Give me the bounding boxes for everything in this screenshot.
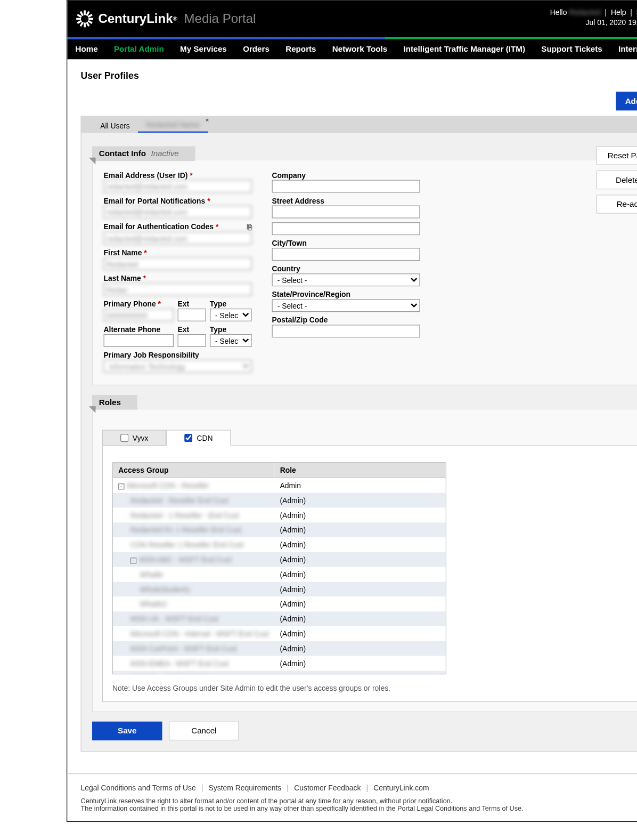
email-id-label: Email Address (User ID) *: [104, 171, 252, 179]
footer-link-3[interactable]: CenturyLink.com: [373, 784, 429, 791]
table-row[interactable]: Redacted - 1 Reseller - End Cust(Admin): [113, 508, 445, 523]
role-content: Access Group Role -Microsoft CDN - Resel…: [102, 446, 637, 702]
nav-intelligent-traffic-manager-itm-[interactable]: Intelligent Traffic Manager (ITM): [404, 44, 525, 54]
close-icon[interactable]: ×: [206, 117, 209, 124]
portal-name: Media Portal: [184, 11, 256, 26]
roles-note: Note: Use Access Groups under Site Admin…: [112, 684, 637, 692]
alt-phone-label: Alternate Phone: [104, 326, 174, 334]
greeting: Hello: [550, 8, 567, 16]
role-tab-vyvx[interactable]: Vyvx: [102, 430, 167, 446]
city-label: City/Town: [272, 239, 420, 247]
user-tabs: All UsersRedacted Name×: [81, 117, 637, 133]
table-row[interactable]: CDN Reseller 1 Reseller End Cust(Admin): [113, 538, 445, 553]
side-actions: Reset Password Delete User Re-activate: [596, 146, 637, 213]
postal-input[interactable]: [272, 325, 420, 337]
user-tab-1[interactable]: Redacted Name×: [138, 118, 208, 133]
nav-reports[interactable]: Reports: [285, 44, 316, 54]
role-tab-cdn[interactable]: CDN: [167, 430, 231, 446]
email-notif-label: Email for Portal Notifications *: [104, 197, 252, 205]
form-area: Reset Password Delete User Re-activate C…: [81, 133, 637, 751]
roles-section: Roles VyvxCDN Access Group Role -Microso…: [92, 395, 637, 712]
primary-ext-label: Ext: [178, 300, 206, 308]
primary-phone-label: Primary Phone *: [104, 300, 174, 308]
save-button[interactable]: Save: [92, 722, 162, 740]
first-name-input[interactable]: [104, 257, 252, 270]
footer-links: Legal Conditions and Terms of Use|System…: [81, 784, 637, 791]
top-right: Hello Redacted | Help | Sign Out Jul 01,…: [550, 7, 637, 28]
table-row[interactable]: Tech SD - MSFT End Cust(Admin): [113, 671, 445, 674]
alt-ext-input[interactable]: [178, 334, 206, 347]
page-title: User Profiles: [81, 70, 637, 80]
country-select[interactable]: - Select -: [272, 273, 420, 286]
cancel-button[interactable]: Cancel: [169, 722, 239, 740]
email-notif-input[interactable]: [104, 206, 252, 219]
footer-link-0[interactable]: Legal Conditions and Terms of Use: [81, 784, 196, 791]
svg-rect-9: [76, 18, 81, 20]
nav-home[interactable]: Home: [75, 44, 97, 54]
table-row[interactable]: Whatle(Admin): [113, 567, 445, 582]
primary-type-label: Type: [210, 300, 252, 308]
table-row[interactable]: Redacted R1 1 Reseller End Cust(Admin): [113, 523, 445, 538]
email-auth-label: Email for Authentication Codes *⎘: [104, 222, 252, 230]
last-name-input[interactable]: [104, 283, 252, 296]
alt-type-select[interactable]: - Select -: [210, 334, 252, 347]
timestamp: Jul 01, 2020 19:09 GMT: [550, 18, 637, 28]
content-area: All UsersRedacted Name× Reset Password D…: [81, 116, 637, 752]
table-row[interactable]: Whatle2(Admin): [113, 597, 445, 612]
add-new-user-button[interactable]: Add New User: [616, 92, 637, 110]
table-row[interactable]: MSN CarPoint - MSFT End Cust(Admin): [113, 641, 445, 656]
email-id-input[interactable]: [104, 180, 252, 192]
job-select[interactable]: Information Technology: [104, 360, 252, 373]
centurylink-icon: [75, 10, 94, 28]
reactivate-button[interactable]: Re-activate: [596, 195, 637, 213]
primary-type-select[interactable]: - Select -: [210, 309, 252, 321]
table-row[interactable]: -Microsoft CDN - ResellerAdmin: [113, 478, 445, 493]
nav-network-tools[interactable]: Network Tools: [332, 44, 387, 54]
primary-phone-input[interactable]: [104, 309, 174, 321]
footer: Legal Conditions and Terms of Use|System…: [67, 773, 637, 821]
table-row[interactable]: Microsoft CDN - Internal - MSFT End Cust…: [113, 627, 445, 642]
delete-user-button[interactable]: Delete User: [596, 171, 637, 189]
expand-icon[interactable]: -: [130, 558, 136, 563]
contact-grid: Email Address (User ID) * Email for Port…: [92, 160, 637, 385]
alt-ext-label: Ext: [178, 326, 206, 334]
role-checkbox-vyvx[interactable]: [120, 434, 128, 442]
street2-input[interactable]: [272, 222, 420, 235]
alt-phone-input[interactable]: [104, 334, 174, 347]
main-nav: HomePortal AdminMy ServicesOrdersReports…: [67, 39, 637, 59]
first-name-label: First Name *: [104, 248, 252, 256]
footer-link-2[interactable]: Customer Feedback: [294, 784, 361, 791]
table-row[interactable]: MSN UK - MSFT End Cust(Admin): [113, 612, 445, 627]
contact-info-header: Contact Info Inactive: [92, 146, 195, 161]
table-row[interactable]: WholeStudents(Admin): [113, 582, 445, 597]
expand-icon[interactable]: -: [118, 483, 124, 489]
footer-link-1[interactable]: System Requirements: [209, 784, 282, 791]
registered-mark: ®: [173, 15, 177, 22]
page-body: User Profiles Add New User All UsersReda…: [67, 59, 637, 773]
nav-my-services[interactable]: My Services: [180, 44, 227, 54]
state-select[interactable]: - Select -: [272, 299, 420, 312]
help-link[interactable]: Help: [611, 8, 626, 16]
svg-rect-0: [84, 10, 86, 15]
reset-password-button[interactable]: Reset Password: [596, 146, 637, 165]
role-checkbox-cdn[interactable]: [185, 434, 193, 442]
table-row[interactable]: Redacted - Reseller End Cust(Admin): [113, 493, 445, 508]
copy-icon[interactable]: ⎘: [247, 222, 252, 232]
nav-portal-admin[interactable]: Portal Admin: [114, 44, 164, 54]
contact-col-right: Company Street Address City/Town Country…: [272, 171, 420, 377]
primary-ext-input[interactable]: [178, 309, 206, 321]
brand-logo: CenturyLink® Media Portal: [75, 10, 256, 28]
nav-orders[interactable]: Orders: [243, 44, 270, 54]
company-input[interactable]: [272, 180, 420, 192]
table-row[interactable]: MSN EMEA - MSFT End Cust(Admin): [113, 656, 445, 671]
street-input[interactable]: [272, 206, 420, 219]
city-input[interactable]: [272, 248, 420, 261]
nav-support-tickets[interactable]: Support Tickets: [541, 44, 602, 54]
roles-body: VyvxCDN Access Group Role -Microsoft CDN…: [92, 410, 637, 713]
user-tab-0[interactable]: All Users: [92, 119, 138, 133]
table-row[interactable]: -MSN ABC - MSFT End Cust(Admin): [113, 552, 445, 567]
email-auth-input[interactable]: [104, 232, 252, 245]
last-name-label: Last Name *: [104, 274, 252, 282]
nav-internal-tools[interactable]: Internal Tools: [618, 44, 637, 54]
job-label: Primary Job Responsibility: [104, 351, 252, 359]
